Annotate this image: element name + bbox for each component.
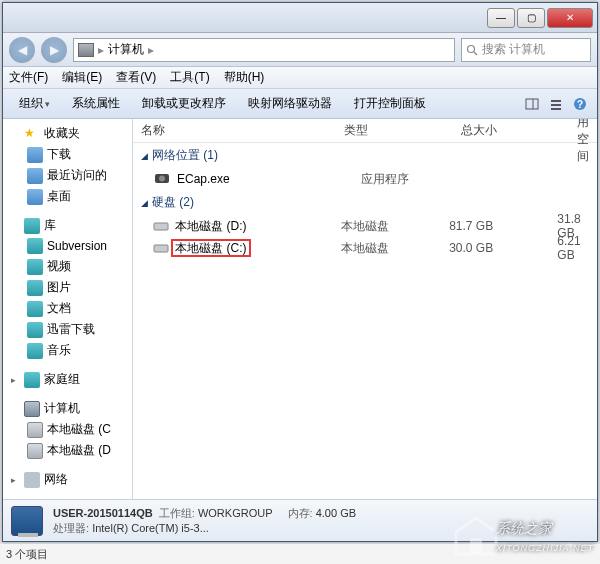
sidebar-network[interactable]: ▸网络 xyxy=(3,469,132,490)
col-name[interactable]: 名称 xyxy=(133,122,336,139)
navigation-pane: ★收藏夹 下载 最近访问的 桌面 库 Subversion 视频 图片 文档 迅… xyxy=(3,119,133,499)
sidebar-subversion[interactable]: Subversion xyxy=(3,236,132,256)
explorer-window: — ▢ ✕ ◀ ▶ ▸ 计算机 ▸ 搜索 计算机 文件(F) 编辑(E) 查看(… xyxy=(2,2,598,542)
uninstall-programs-button[interactable]: 卸载或更改程序 xyxy=(132,91,236,116)
svg-rect-12 xyxy=(154,245,168,252)
list-item[interactable]: 本地磁盘 (D:) 本地磁盘 81.7 GB 31.8 GB xyxy=(133,215,597,237)
computer-icon xyxy=(24,401,40,417)
sidebar-item-label: 计算机 xyxy=(44,400,80,417)
sidebar-item-label: 桌面 xyxy=(47,188,71,205)
toolbar: 组织 系统属性 卸载或更改程序 映射网络驱动器 打开控制面板 ? xyxy=(3,89,597,119)
item-type: 本地磁盘 xyxy=(341,240,449,257)
folder-icon xyxy=(27,259,43,275)
drive-icon xyxy=(27,422,43,438)
menu-file[interactable]: 文件(F) xyxy=(9,69,48,86)
sidebar-computer[interactable]: 计算机 xyxy=(3,398,132,419)
item-name: 本地磁盘 (D:) xyxy=(175,218,341,235)
sidebar-item-label: 库 xyxy=(44,217,56,234)
cpu-value: Intel(R) Core(TM) i5-3... xyxy=(92,522,209,534)
svg-rect-2 xyxy=(526,99,538,109)
sidebar-drive-d[interactable]: 本地磁盘 (D xyxy=(3,440,132,461)
help-icon[interactable]: ? xyxy=(569,93,591,115)
homegroup-icon xyxy=(24,372,40,388)
sidebar-homegroup[interactable]: ▸家庭组 xyxy=(3,369,132,390)
item-type: 本地磁盘 xyxy=(341,218,449,235)
sidebar-desktop[interactable]: 桌面 xyxy=(3,186,132,207)
back-button[interactable]: ◀ xyxy=(9,37,35,63)
folder-icon xyxy=(27,280,43,296)
col-free[interactable]: 可用空间 xyxy=(569,119,597,165)
breadcrumb-segment[interactable]: 计算机 xyxy=(108,41,144,58)
details-pane: USER-20150114QB 工作组: WORKGROUP 内存: 4.00 … xyxy=(3,499,597,541)
close-button[interactable]: ✕ xyxy=(547,8,593,28)
sidebar-item-label: 图片 xyxy=(47,279,71,296)
breadcrumb[interactable]: ▸ 计算机 ▸ xyxy=(73,38,455,62)
sidebar-item-label: 视频 xyxy=(47,258,71,275)
svg-point-0 xyxy=(468,45,475,52)
workgroup-label: 工作组: xyxy=(159,507,195,519)
sidebar-recent[interactable]: 最近访问的 xyxy=(3,165,132,186)
minimize-button[interactable]: — xyxy=(487,8,515,28)
sidebar-pictures[interactable]: 图片 xyxy=(3,277,132,298)
search-placeholder: 搜索 计算机 xyxy=(482,41,545,58)
search-input[interactable]: 搜索 计算机 xyxy=(461,38,591,62)
memory-value: 4.00 GB xyxy=(316,507,356,519)
item-name: ECap.exe xyxy=(177,172,361,186)
sidebar-libraries[interactable]: 库 xyxy=(3,215,132,236)
sidebar-favorites[interactable]: ★收藏夹 xyxy=(3,123,132,144)
sidebar-item-label: 下载 xyxy=(47,146,71,163)
computer-large-icon xyxy=(11,506,43,536)
computer-icon xyxy=(78,43,94,57)
group-title: 硬盘 (2) xyxy=(152,194,194,211)
sidebar-documents[interactable]: 文档 xyxy=(3,298,132,319)
col-type[interactable]: 类型 xyxy=(336,122,452,139)
list-item[interactable]: ECap.exe 应用程序 xyxy=(133,168,597,190)
menu-view[interactable]: 查看(V) xyxy=(116,69,156,86)
drive-icon xyxy=(27,443,43,459)
svg-line-1 xyxy=(474,52,477,55)
sidebar-item-label: 最近访问的 xyxy=(47,167,107,184)
group-title: 网络位置 (1) xyxy=(152,147,218,164)
group-network-locations[interactable]: ◢ 网络位置 (1) xyxy=(133,143,597,168)
sidebar-item-label: 文档 xyxy=(47,300,71,317)
chevron-right-icon: ▸ xyxy=(148,43,154,57)
collapse-icon: ◢ xyxy=(141,198,148,208)
folder-icon xyxy=(27,301,43,317)
forward-button[interactable]: ▶ xyxy=(41,37,67,63)
highlight-annotation: 本地磁盘 (C:) xyxy=(171,239,250,257)
svg-rect-6 xyxy=(551,108,561,110)
sidebar-downloads[interactable]: 下载 xyxy=(3,144,132,165)
menu-help[interactable]: 帮助(H) xyxy=(224,69,265,86)
star-icon: ★ xyxy=(24,126,40,142)
folder-icon xyxy=(27,147,43,163)
organize-button[interactable]: 组织 xyxy=(9,91,60,116)
sidebar-music[interactable]: 音乐 xyxy=(3,340,132,361)
computer-name: USER-20150114QB xyxy=(53,507,153,519)
col-size[interactable]: 总大小 xyxy=(453,122,569,139)
sidebar-item-label: 迅雷下载 xyxy=(47,321,95,338)
menu-tools[interactable]: 工具(T) xyxy=(170,69,209,86)
map-network-drive-button[interactable]: 映射网络驱动器 xyxy=(238,91,342,116)
nav-bar: ◀ ▶ ▸ 计算机 ▸ 搜索 计算机 xyxy=(3,33,597,67)
preview-pane-icon[interactable] xyxy=(521,93,543,115)
column-headers: 名称 类型 总大小 可用空间 xyxy=(133,119,597,143)
maximize-button[interactable]: ▢ xyxy=(517,8,545,28)
svg-text:?: ? xyxy=(577,99,583,110)
open-control-panel-button[interactable]: 打开控制面板 xyxy=(344,91,436,116)
workgroup-value: WORKGROUP xyxy=(198,507,272,519)
sidebar-item-label: 音乐 xyxy=(47,342,71,359)
drive-icon xyxy=(153,218,169,234)
menu-edit[interactable]: 编辑(E) xyxy=(62,69,102,86)
sidebar-thunder[interactable]: 迅雷下载 xyxy=(3,319,132,340)
folder-icon xyxy=(27,343,43,359)
list-item[interactable]: 本地磁盘 (C:) 本地磁盘 30.0 GB 6.21 GB xyxy=(133,237,597,259)
group-hard-drives[interactable]: ◢ 硬盘 (2) xyxy=(133,190,597,215)
system-properties-button[interactable]: 系统属性 xyxy=(62,91,130,116)
sidebar-item-label: Subversion xyxy=(47,239,107,253)
search-icon xyxy=(466,44,478,56)
svg-point-10 xyxy=(159,176,165,182)
sidebar-videos[interactable]: 视频 xyxy=(3,256,132,277)
menu-bar: 文件(F) 编辑(E) 查看(V) 工具(T) 帮助(H) xyxy=(3,67,597,89)
sidebar-drive-c[interactable]: 本地磁盘 (C xyxy=(3,419,132,440)
view-options-icon[interactable] xyxy=(545,93,567,115)
